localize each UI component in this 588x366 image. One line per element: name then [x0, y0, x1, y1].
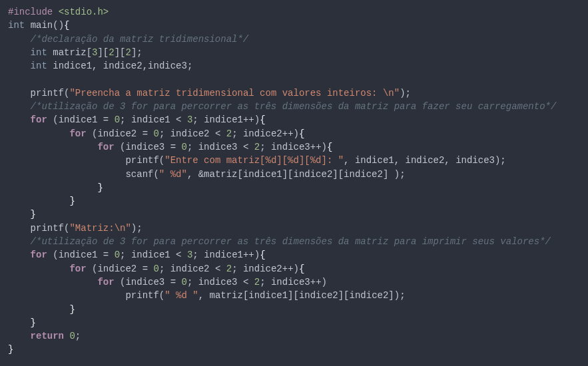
keyword-for: for [31, 114, 47, 125]
function-call: printf [125, 290, 158, 301]
function-call: scanf [125, 169, 153, 180]
variable: indice1 [131, 114, 170, 125]
operator: = [170, 277, 176, 287]
variable: matriz [53, 47, 86, 58]
brace: } [31, 317, 36, 328]
operator: ++ [243, 114, 254, 125]
string-literal: "Entre com matriz[%d][%d][%d]: " [164, 155, 344, 166]
operator: ++ [282, 128, 294, 139]
brace: } [69, 304, 75, 315]
operator: = [103, 114, 109, 125]
type-keyword: int [8, 20, 25, 31]
brace: { [327, 142, 332, 152]
operator: < [243, 277, 248, 287]
semicolon: ; [500, 155, 505, 166]
semicolon: ; [260, 277, 265, 287]
variable: indice1 [59, 250, 98, 260]
variable: indice3 [271, 142, 310, 152]
semicolon: ; [400, 290, 405, 301]
keyword-return: return [31, 331, 64, 341]
paren: ( [159, 155, 164, 166]
comma: , [143, 61, 148, 71]
operator: < [176, 114, 181, 125]
semicolon: ; [159, 264, 164, 274]
variable: indice3 [125, 277, 164, 287]
function-call: printf [125, 155, 158, 166]
variable: indice3 [125, 142, 164, 152]
include-path: <stdio.h> [59, 7, 109, 17]
operator: = [103, 250, 109, 260]
semicolon: ; [406, 88, 411, 98]
paren: ) [254, 250, 260, 260]
semicolon: ; [137, 223, 142, 234]
semicolon: ; [187, 277, 192, 287]
variable: indice2 [170, 264, 210, 274]
paren: ) [322, 142, 327, 152]
semicolon: ; [120, 250, 125, 260]
variable: indice2 [97, 264, 137, 274]
variable: indice2 [170, 128, 210, 139]
operator: ++ [310, 142, 322, 152]
paren: ) [131, 223, 137, 234]
bracket: [ [87, 47, 92, 58]
keyword-for: for [69, 128, 86, 139]
function-call: printf [31, 88, 64, 98]
number: 0 [153, 264, 158, 274]
paren: ( [53, 250, 58, 260]
string-literal: " %d " [164, 290, 198, 301]
number: 2 [254, 277, 260, 287]
operator: = [143, 128, 148, 139]
preprocessor-directive: #include [8, 7, 53, 17]
variable: indice1 [131, 250, 170, 260]
keyword-for: for [97, 277, 114, 287]
operator: < [215, 264, 220, 274]
brace: { [260, 114, 265, 125]
variable: indice2 [243, 264, 282, 274]
paren: () [53, 20, 64, 31]
variable: indice2 [103, 61, 143, 71]
semicolon: ; [159, 128, 164, 139]
number: 0 [115, 250, 120, 260]
paren: ) [394, 169, 400, 180]
number: 2 [226, 264, 232, 274]
paren: ( [159, 290, 164, 301]
variable: indice1 [53, 61, 92, 71]
operator: = [143, 264, 148, 274]
type-keyword: int [31, 47, 47, 58]
semicolon: ; [192, 114, 198, 125]
variable: indice3 [198, 142, 238, 152]
number: 0 [69, 331, 75, 341]
operator: < [215, 128, 220, 139]
variable: indice1 [204, 250, 243, 260]
paren: ) [254, 114, 260, 125]
number: 0 [153, 128, 158, 139]
number: 2 [109, 47, 114, 58]
brace: { [260, 250, 265, 260]
paren: ( [153, 169, 158, 180]
semicolon: ; [187, 142, 192, 152]
number: 2 [126, 47, 131, 58]
variable: indice3 [148, 61, 187, 71]
variable: indice3 [271, 277, 310, 287]
paren: ) [322, 277, 327, 287]
brace: } [8, 344, 13, 355]
semicolon: ; [187, 61, 192, 71]
args: , matriz[indice1][indice2][indice2] [198, 290, 394, 301]
paren: ) [394, 290, 400, 301]
operator: ++ [310, 277, 322, 287]
code-editor[interactable]: #include <stdio.h> int main(){ /*declara… [8, 5, 580, 357]
variable: indice2 [97, 128, 137, 139]
semicolon: ; [260, 142, 265, 152]
keyword-for: for [97, 142, 114, 152]
args: , indice1, indice2, indice3 [344, 155, 495, 166]
string-literal: "Matriz:\n" [69, 223, 131, 234]
comment: /*utilização de 3 for para percorrer as … [31, 101, 557, 112]
comma: , [92, 61, 103, 71]
brace: { [299, 264, 304, 274]
brace: } [97, 182, 103, 193]
number: 2 [226, 128, 232, 139]
number: 0 [181, 142, 186, 152]
variable: indice2 [243, 128, 282, 139]
keyword-for: for [31, 250, 47, 260]
bracket: ][ [115, 47, 126, 58]
